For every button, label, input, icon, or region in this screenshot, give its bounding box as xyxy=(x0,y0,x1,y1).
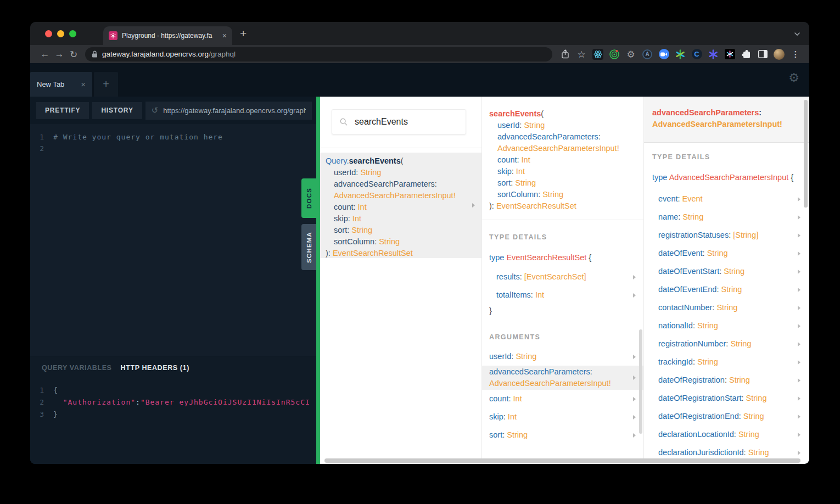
pane-divider[interactable] xyxy=(316,97,320,464)
sidebar-icon[interactable] xyxy=(754,47,771,62)
expand-arrow-icon[interactable] xyxy=(798,342,800,346)
back-icon[interactable]: ← xyxy=(38,47,52,61)
endpoint-input[interactable] xyxy=(163,107,306,115)
type-link[interactable]: String xyxy=(379,237,400,246)
type-link[interactable]: Int xyxy=(508,412,517,421)
expand-arrow-icon[interactable] xyxy=(633,376,636,380)
react-devtools-icon[interactable] xyxy=(590,47,606,62)
reload-icon[interactable]: ↻ xyxy=(66,47,81,61)
type-link[interactable]: String xyxy=(697,357,718,366)
query-variables-tab[interactable]: QUERY VARIABLES xyxy=(42,364,112,372)
kebab-menu-icon[interactable]: ⋮ xyxy=(787,47,804,62)
doc-field-row[interactable]: declarationLocationId: String xyxy=(644,425,809,444)
query-editor-lines[interactable]: 1# Write your query or mutation here2 xyxy=(30,131,316,154)
code-token[interactable]: searchEvents xyxy=(489,109,541,118)
fullscreen-window-button[interactable] xyxy=(69,30,76,37)
new-tab-button[interactable]: + xyxy=(240,27,247,40)
doc-field-row[interactable]: sort: String xyxy=(482,426,643,444)
doc-field-row[interactable]: registrationNumber: String xyxy=(644,335,809,353)
doc-field-row[interactable]: skip: Int xyxy=(482,408,643,426)
type-link[interactable]: [String] xyxy=(733,231,758,239)
docs-search-input[interactable] xyxy=(355,117,458,127)
expand-arrow-icon[interactable] xyxy=(633,293,636,298)
docs-search-box[interactable] xyxy=(332,109,466,135)
doc-field-row[interactable]: results: [EventSearchSet] xyxy=(482,268,643,286)
type-link[interactable]: String xyxy=(524,121,545,130)
doc-field-row[interactable]: dateOfRegistrationStart: String xyxy=(644,389,809,407)
forward-icon[interactable]: → xyxy=(52,47,66,61)
doc-field-row[interactable]: totalItems: Int xyxy=(482,286,643,304)
http-headers-editor[interactable]: 1{2 "Authorization":"Bearer eyJhbGciOiJS… xyxy=(30,384,316,421)
type-link[interactable]: String xyxy=(682,212,703,221)
type-link[interactable]: EventSearchResultSet xyxy=(333,249,413,257)
expand-arrow-icon[interactable] xyxy=(472,203,475,208)
expand-arrow-icon[interactable] xyxy=(633,415,636,419)
type-link[interactable]: EventSearchResultSet xyxy=(496,201,576,210)
http-headers-tab[interactable]: HTTP HEADERS (1) xyxy=(121,364,189,372)
type-link[interactable]: String xyxy=(351,226,372,234)
type-link[interactable]: AdvancedSearchParametersInput! xyxy=(497,144,619,153)
doc-field-row[interactable]: trackingId: String xyxy=(644,353,809,371)
expand-arrow-icon[interactable] xyxy=(798,324,800,328)
expand-arrow-icon[interactable] xyxy=(798,251,800,256)
minimize-window-button[interactable] xyxy=(57,30,64,37)
endpoint-field[interactable]: ↺ xyxy=(145,102,312,120)
expand-arrow-icon[interactable] xyxy=(798,233,800,238)
c-extension-icon[interactable]: C xyxy=(688,47,705,62)
expand-arrow-icon[interactable] xyxy=(798,215,800,220)
docs-horizontal-scrollbar[interactable] xyxy=(324,458,800,463)
type-link[interactable]: String xyxy=(697,321,718,330)
type-link[interactable]: String xyxy=(360,168,381,177)
expand-arrow-icon[interactable] xyxy=(798,451,800,455)
type-link[interactable]: Int xyxy=(516,167,525,176)
address-bar[interactable]: gateway.farajaland.opencrvs.org/graphql xyxy=(85,47,552,61)
type-link[interactable]: String xyxy=(721,285,742,294)
expand-arrow-icon[interactable] xyxy=(798,197,800,201)
code-token[interactable]: EventSearchResultSet xyxy=(506,253,586,262)
endpoint-reload-icon[interactable]: ↺ xyxy=(152,105,159,115)
expand-arrow-icon[interactable] xyxy=(633,355,636,359)
close-window-button[interactable] xyxy=(45,30,52,37)
type-link[interactable]: String xyxy=(542,190,563,199)
share-icon[interactable] xyxy=(557,47,573,62)
chevron-down-icon[interactable] xyxy=(794,29,800,38)
type-link[interactable]: String xyxy=(743,412,764,421)
asterisk-purple-extension-icon[interactable] xyxy=(705,47,721,62)
type-link[interactable]: String xyxy=(716,303,737,312)
expand-arrow-icon[interactable] xyxy=(798,378,800,383)
expand-arrow-icon[interactable] xyxy=(798,415,800,419)
type-link[interactable]: String xyxy=(507,430,528,439)
expand-arrow-icon[interactable] xyxy=(798,288,800,292)
type-link[interactable]: Int xyxy=(352,214,361,223)
type-link[interactable]: AdvancedSearchParametersInput! xyxy=(489,379,611,388)
type-link[interactable]: AdvancedSearchParametersInput! xyxy=(334,191,456,200)
expand-arrow-icon[interactable] xyxy=(798,396,800,401)
column2-scrollbar[interactable] xyxy=(639,329,642,434)
expand-arrow-icon[interactable] xyxy=(633,433,636,438)
expand-arrow-icon[interactable] xyxy=(798,433,800,437)
expand-arrow-icon[interactable] xyxy=(798,306,800,310)
a-circle-extension-icon[interactable]: A xyxy=(639,47,656,62)
type-link[interactable]: String xyxy=(729,376,750,384)
doc-field-row[interactable]: dateOfEvent: String xyxy=(644,244,809,262)
radar-extension-icon[interactable] xyxy=(606,47,623,62)
doc-field-row[interactable]: userId: String xyxy=(482,348,643,366)
settings-gear-icon[interactable]: ⚙ xyxy=(788,71,799,85)
code-token[interactable]: advancedSearchParameters xyxy=(652,108,759,117)
type-link[interactable]: String xyxy=(748,448,769,457)
gear-extension-icon[interactable]: ⚙ xyxy=(623,47,639,62)
schema-side-tab[interactable]: SCHEMA xyxy=(301,224,316,270)
docs-side-tab[interactable]: DOCS xyxy=(301,178,316,218)
bookmark-star-icon[interactable]: ☆ xyxy=(573,47,590,62)
doc-field-row[interactable]: count: Int xyxy=(482,390,643,408)
prettify-button[interactable]: PRETTIFY xyxy=(36,102,89,119)
doc-field-row[interactable]: dateOfRegistration: String xyxy=(644,371,809,389)
history-button[interactable]: HISTORY xyxy=(92,102,142,119)
type-link[interactable]: String xyxy=(515,178,536,187)
doc-field-row[interactable]: dateOfRegistrationEnd: String xyxy=(644,407,809,425)
query-editor[interactable]: 1# Write your query or mutation here2 xyxy=(30,124,316,356)
tab-close-icon[interactable]: × xyxy=(222,32,227,40)
type-link[interactable]: [EventSearchSet] xyxy=(524,272,586,281)
type-link[interactable]: String xyxy=(707,249,728,257)
type-link[interactable]: Int xyxy=(358,203,367,211)
